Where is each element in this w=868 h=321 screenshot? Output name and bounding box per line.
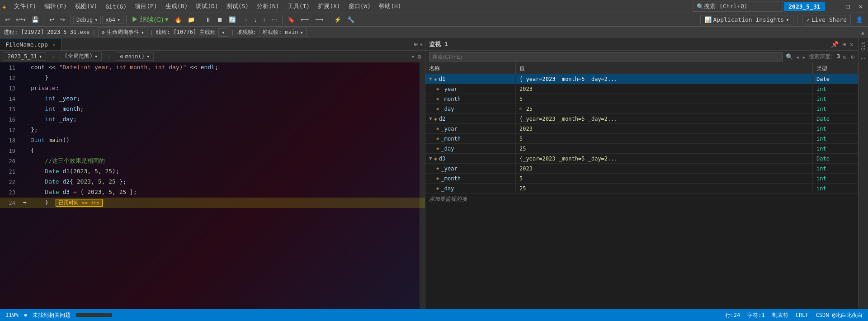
watch-row-d2-year[interactable]: ◈ _year 2023 int (425, 124, 858, 134)
menu-analyze[interactable]: 分析(N) (253, 1, 283, 11)
frame-up-btn[interactable]: ▲ (861, 29, 864, 36)
d2-name-label: d2 (439, 116, 445, 122)
toolbar-folder-btn[interactable]: 📁 (185, 15, 197, 24)
maximize-button[interactable]: □ (842, 2, 853, 11)
watch-row-d1-month[interactable]: ◈ _month 5 int (425, 94, 858, 104)
watch-search-input[interactable] (429, 52, 783, 61)
menu-view[interactable]: 视图(V) (71, 1, 101, 11)
menu-debug[interactable]: 调试(D) (192, 1, 222, 11)
toolbar-refresh-btn[interactable]: ↩ (3, 15, 12, 24)
user-avatar-button[interactable]: 👤 (854, 15, 865, 24)
tab-close-icon[interactable]: ✕ (52, 42, 56, 47)
toolbar-undo-btn[interactable]: ↩↪ (14, 15, 28, 24)
menu-build[interactable]: 生成(B) (162, 1, 191, 11)
col-status: 字符:1 (747, 312, 764, 319)
watch-row-d1-year[interactable]: ◈ _year 2023 int (425, 84, 858, 94)
watch-pin-btn[interactable]: 📌 (830, 40, 840, 49)
toolbar-stop2-btn[interactable]: ⏹ (215, 15, 225, 24)
lifecycle-event-dropdown[interactable]: ⊕ 生命周期事件 ▾ (98, 28, 147, 37)
toolbar: ↩ ↩↪ 💾 ↩ ↪ Debug ▾ x64 ▾ ▶ 继续(C) ▾ 🔥 📁 ⏸… (0, 13, 868, 26)
watch-icon-d3: ◈ (434, 156, 437, 162)
toolbar-redo-btn[interactable]: ↪ (58, 15, 67, 24)
menu-git[interactable]: Git(G) (102, 2, 130, 11)
watch-cell-d1-year-value: 2023 (516, 84, 813, 94)
rsb-extra-btn[interactable]: ⋮ (859, 54, 867, 63)
watch-cell-d1-month-name: ◈ _month (425, 94, 516, 104)
watch-row-d3-day[interactable]: ◈ _day 25 int (425, 184, 858, 194)
debug-config-dropdown[interactable]: Debug ▾ (73, 16, 101, 24)
line-body-23: Date d3 = { 2023, 5, 25 }; (29, 187, 425, 197)
toolbar-stepout-btn[interactable]: ↑ (260, 15, 268, 24)
menu-window[interactable]: 窗口(W) (345, 1, 374, 11)
toolbar-bookmark-btn[interactable]: 🔖 (285, 15, 297, 24)
watch-column-headers: 名称 值 类型 (425, 63, 858, 74)
watch-row-d3-year[interactable]: ◈ _year 2023 int (425, 164, 858, 174)
d2-year-label: _year (441, 126, 458, 132)
menu-extensions[interactable]: 扩展(X) (314, 1, 344, 11)
watch-row-d2-day[interactable]: ◈ _day 25 int (425, 144, 858, 154)
arch-dropdown[interactable]: x64 ▾ (102, 16, 123, 24)
tab-action-split[interactable]: ⊞ (414, 41, 417, 48)
menu-project[interactable]: 项目(P) (131, 1, 160, 11)
watch-row-d1[interactable]: ▼ ◈ d1 {_year=2023 _month=5 _day=2... Da… (425, 74, 858, 84)
toolbar-nav-btn[interactable]: ⟵ (298, 15, 311, 24)
watch-row-d3-month[interactable]: ◈ _month 5 int (425, 174, 858, 184)
live-share-button[interactable]: ↗ Live Share (802, 15, 851, 24)
menu-file[interactable]: 文件(F) (10, 1, 40, 11)
toolbar-nav2-btn[interactable]: ⟶ (313, 15, 326, 24)
toolbar-stepin-btn[interactable]: ↓ (251, 15, 259, 24)
minimize-button[interactable]: — (830, 2, 840, 11)
debug-config-label: Debug (76, 17, 93, 23)
search-box[interactable]: 🔍 搜索 (Ctrl+Q) (693, 1, 783, 12)
toolbar-restart-btn[interactable]: 🔄 (226, 15, 238, 24)
close-button[interactable]: ✕ (855, 2, 866, 11)
search-fwd-btn[interactable]: ▸ (802, 53, 806, 61)
watch-cell-d2-day-name: ◈ _day (425, 144, 516, 153)
refresh-search-btn[interactable]: ↻ (843, 53, 846, 61)
watch-expand-btn[interactable]: ⊞ (841, 40, 847, 49)
toolbar-more-btn[interactable]: ⋯ (269, 15, 279, 24)
tab-action-more[interactable]: ▾ (420, 41, 423, 48)
watch-minimize-btn[interactable]: — (823, 40, 828, 49)
toolbar-pause-btn[interactable]: ⏸ (203, 15, 213, 24)
menu-test[interactable]: 测试(S) (223, 1, 252, 11)
lifecycle-label: 生命周期事件 (107, 28, 139, 36)
function-breadcrumb[interactable]: ⚙ main() ▾ (116, 52, 154, 61)
watch-columns-btn[interactable]: ⊞ (851, 54, 854, 60)
app-insights-button[interactable]: 📊 Application Insights ▾ (700, 15, 793, 24)
thread-dropdown[interactable]: ▾ (218, 28, 228, 37)
add-watch-row[interactable]: 添加要监视的项 (425, 194, 858, 205)
menu-tools[interactable]: 工具(T) (284, 1, 313, 11)
search-back-btn[interactable]: ◂ (796, 53, 799, 61)
watch-table: ▼ ◈ d1 {_year=2023 _month=5 _day=2... Da… (425, 74, 858, 309)
menu-help[interactable]: 帮助(H) (375, 1, 405, 11)
watch-row-d2-month[interactable]: ◈ _month 5 int (425, 134, 858, 144)
toolbar-stepover-btn[interactable]: → (240, 15, 250, 24)
watch-row-d3[interactable]: ▼ ◈ d3 {_year=2023 _month=5 _day=2... Da… (425, 154, 858, 164)
toolbar-extra2-btn[interactable]: 🔧 (345, 15, 357, 24)
code-header-btn1[interactable]: ▾ (411, 53, 415, 60)
line-number-20: 20 (4, 156, 21, 166)
watch-row-d1-day[interactable]: ◈ _day ⊝ 25 int (425, 104, 858, 114)
line-number-21: 21 (4, 166, 21, 177)
watch-close-btn[interactable]: ✕ (849, 40, 854, 49)
scope-breadcrumb[interactable]: 2023_5_31 ▾ (4, 52, 46, 61)
global-scope-breadcrumb[interactable]: (全局范围) ▾ (61, 52, 102, 61)
prop-icon-year: ◈ (436, 86, 439, 92)
toolbar-undo2-btn[interactable]: ↩ (47, 15, 57, 24)
menu-edit[interactable]: 编辑(E) (41, 1, 70, 11)
stack-frame-dropdown[interactable]: 堆栈帧: main ▾ (259, 28, 307, 37)
watch-row-d2[interactable]: ▼ ◈ d2 {_year=2023 _month=5 _day=2... Da… (425, 114, 858, 124)
rsb-git-btn[interactable]: Git (859, 40, 867, 52)
file-tab[interactable]: FileName.cpp ✕ (0, 38, 61, 50)
continue-button[interactable]: ▶ 继续(C) ▾ (129, 14, 171, 25)
code-header-btn2[interactable]: ⚙ (418, 53, 421, 60)
live-share-icon: ↗ (806, 16, 810, 23)
line-status: 行:24 (725, 312, 741, 319)
editor-panel: FileName.cpp ✕ ⊞ ▾ 2023_5_31 ▾ › (全局范围) … (0, 38, 425, 309)
toolbar-extra1-btn[interactable]: ⚡ (332, 15, 344, 24)
prop-icon-d3-month: ◈ (436, 175, 439, 181)
stop-btn[interactable]: 🔥 (172, 15, 184, 24)
code-editor[interactable]: 11 cout << "Date(int year, int month, in… (0, 62, 425, 309)
toolbar-save-btn[interactable]: 💾 (29, 15, 41, 24)
